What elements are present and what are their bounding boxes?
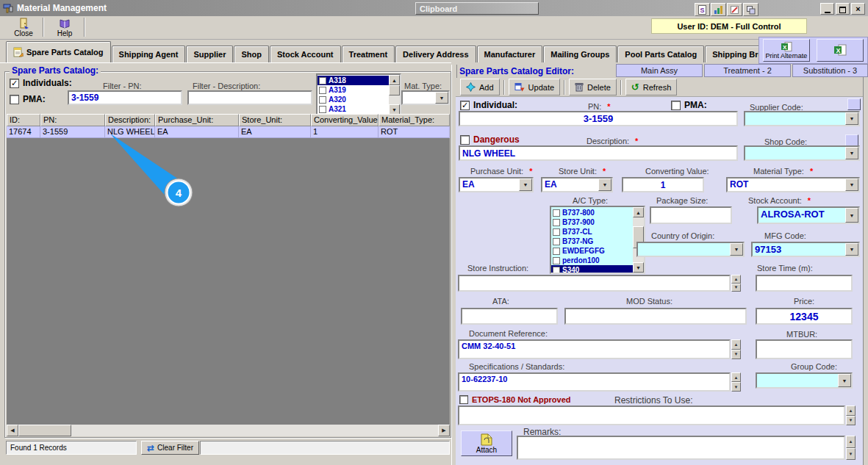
item-checkbox[interactable] [319, 96, 326, 104]
item-checkbox[interactable] [319, 77, 326, 84]
column-header[interactable]: Purchase_Unit: [155, 114, 239, 126]
scrollbar-track[interactable] [389, 85, 400, 104]
individual-checkbox[interactable]: ✓ [460, 101, 470, 110]
refresh-button[interactable]: ↺ Refresh [625, 79, 677, 95]
tab-stock-account[interactable]: Stock Account [270, 46, 341, 62]
country-of-origin-combo[interactable]: ▼ [636, 242, 745, 257]
description-input[interactable] [459, 145, 738, 161]
scrollbar-track[interactable] [71, 425, 438, 436]
editor-tab-main-assy[interactable]: Main Assy [616, 64, 703, 77]
filter-pn-input[interactable] [68, 90, 182, 105]
editor-tab-treatment-2[interactable]: Treatment - 2 [704, 64, 791, 77]
column-header[interactable]: Description: [105, 114, 155, 126]
mat-type-combo[interactable]: ▼ [401, 90, 450, 105]
update-button[interactable]: Update [509, 79, 560, 95]
list-item[interactable]: B737-NG [551, 237, 633, 246]
edit-form-toolbar-button[interactable] [727, 3, 742, 16]
scroll-up-icon[interactable]: ▲ [633, 207, 644, 217]
spinner-down-icon[interactable]: ▼ [846, 416, 856, 426]
dropdown-arrow-icon[interactable]: ▼ [519, 179, 532, 191]
list-item[interactable]: B737-800 [551, 208, 633, 217]
item-checkbox[interactable] [319, 106, 326, 113]
editor-pma-checkbox[interactable] [671, 101, 681, 110]
help-button[interactable]: Help [47, 17, 82, 37]
purchase-unit-combo[interactable]: EA ▼ [459, 177, 534, 192]
ata-input[interactable] [461, 308, 558, 325]
item-checkbox[interactable] [553, 248, 560, 255]
column-header[interactable]: PN: [40, 114, 105, 126]
editor-tab-substitution-3[interactable]: Substitution - 3 [792, 64, 868, 77]
list-item[interactable]: S340 [551, 265, 633, 273]
dropdown-arrow-icon[interactable]: ▼ [845, 179, 858, 191]
table-horizontal-scrollbar[interactable]: ◀ ▶ [7, 425, 450, 436]
tab-shop[interactable]: Shop [234, 46, 269, 62]
store-instruction-input[interactable] [458, 275, 731, 292]
ac-filter-scrollbar[interactable]: ▲ ▼ [389, 75, 400, 115]
spinner-down-icon[interactable]: ▼ [731, 284, 741, 292]
tab-delivery-address[interactable]: Delivery Address [395, 46, 476, 62]
item-checkbox[interactable] [553, 238, 560, 245]
dropdown-arrow-icon[interactable]: ▼ [730, 243, 743, 256]
chart-toolbar-button[interactable] [711, 3, 726, 16]
list-item[interactable]: A320 [318, 95, 389, 104]
list-item[interactable]: EWDEFGFG [551, 246, 633, 256]
spinner-down-icon[interactable]: ▼ [731, 350, 741, 360]
remarks-input[interactable] [517, 436, 845, 460]
tab-manufacturer[interactable]: Manufacturer [477, 46, 543, 62]
scroll-down-icon[interactable]: ▼ [389, 104, 400, 115]
pma-checkbox[interactable] [10, 95, 19, 104]
document-s-toolbar-button[interactable]: S [695, 3, 710, 16]
column-header[interactable]: Store_Unit: [239, 114, 311, 126]
list-item[interactable]: A318 [318, 76, 389, 85]
material-type-combo[interactable]: ROT ▼ [726, 177, 860, 192]
spinner-up-icon[interactable]: ▲ [731, 339, 741, 350]
tab-supplier[interactable]: Supplier [186, 46, 233, 62]
ac-filter-listbox[interactable]: A318 A319 A320 A321 ▲ ▼ [316, 73, 401, 116]
converting-value-input[interactable] [622, 177, 704, 192]
store-time-input[interactable] [756, 275, 853, 292]
item-checkbox[interactable] [319, 87, 326, 94]
pn-input[interactable] [459, 111, 738, 126]
dropdown-arrow-icon[interactable]: ▼ [845, 147, 858, 159]
scrollbar-thumb[interactable] [389, 85, 400, 95]
spinner-up-icon[interactable]: ▲ [731, 275, 741, 284]
dangerous-checkbox[interactable] [460, 135, 470, 145]
store-unit-combo[interactable]: EA ▼ [541, 177, 613, 192]
mfg-code-combo[interactable]: 97153 ▼ [751, 242, 860, 257]
close-button[interactable]: Close [6, 17, 41, 37]
close-window-button[interactable]: × [851, 3, 865, 15]
individuals-checkbox[interactable]: ✓ [10, 79, 19, 88]
stock-account-combo[interactable]: ALROSA-ROT ▼ [757, 206, 860, 224]
column-header[interactable]: Converting_Value: [311, 114, 379, 126]
ac-type-scrollbar[interactable]: ▲ ▼ [633, 207, 644, 273]
table-row[interactable]: 17674 3-1559 NLG WHEEL EA EA 1 ROT [7, 126, 450, 138]
supplier-code-aux-button[interactable] [847, 98, 861, 110]
list-item[interactable]: B737-900 [551, 217, 633, 227]
spinner-down-icon[interactable]: ▼ [731, 382, 741, 392]
item-checkbox[interactable] [553, 257, 560, 264]
spinner-up-icon[interactable]: ▲ [846, 436, 856, 448]
list-item[interactable]: B737-CL [551, 227, 633, 237]
shop-code-aux-button[interactable] [845, 134, 858, 146]
ac-type-listbox[interactable]: B737-800 B737-900 B737-CL B737-NG EWDEFG… [550, 206, 645, 274]
dropdown-arrow-icon[interactable]: ▼ [845, 208, 858, 223]
item-checkbox[interactable] [553, 228, 560, 236]
scroll-right-icon[interactable]: ▶ [438, 425, 450, 436]
add-button[interactable]: Add [460, 79, 500, 95]
mtbur-input[interactable] [756, 339, 853, 359]
restore-button[interactable] [836, 3, 850, 15]
print-alternate-button[interactable]: X Print Alternate [763, 39, 811, 62]
shop-code-combo[interactable]: ▼ [744, 145, 860, 161]
mod-status-input[interactable] [564, 308, 747, 325]
spinner-up-icon[interactable]: ▲ [731, 372, 741, 382]
scrollbar-thumb[interactable] [18, 425, 71, 436]
clipboard-window-titlebar[interactable]: Clipboard [415, 2, 539, 15]
clear-filter-button[interactable]: ⇄ Clear Filter [141, 441, 199, 455]
group-code-combo[interactable]: ▼ [756, 372, 853, 389]
minimize-button[interactable] [820, 3, 834, 15]
dropdown-arrow-icon[interactable]: ▼ [838, 374, 851, 387]
spinner-up-icon[interactable]: ▲ [846, 405, 856, 416]
package-size-input[interactable] [650, 206, 732, 224]
column-header[interactable]: ID: [7, 114, 40, 126]
scroll-left-icon[interactable]: ◀ [7, 425, 18, 436]
